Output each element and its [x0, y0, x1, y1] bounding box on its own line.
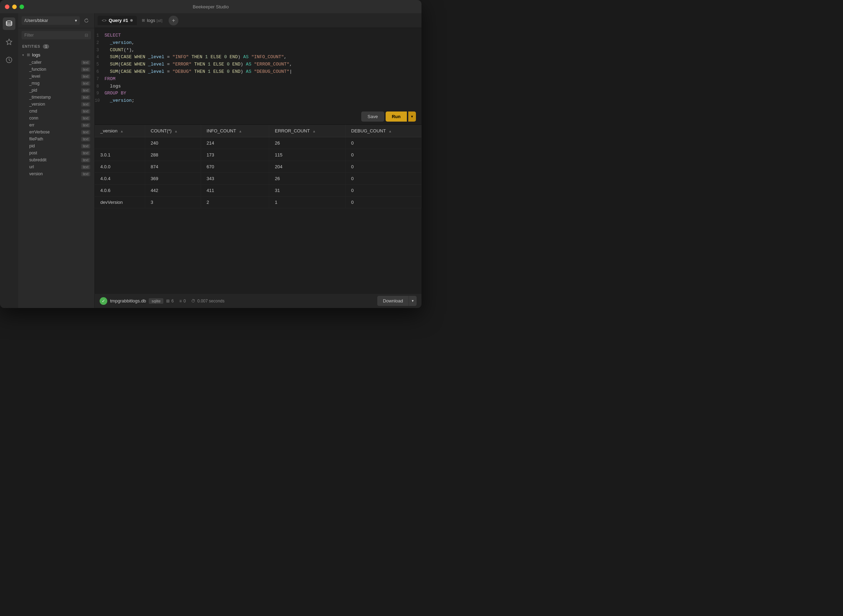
- status-left: ✓ tmpgrabbitlogs.db sqlite ⊞ 6 ≡ 0 ⏱ 0.0…: [100, 297, 372, 305]
- cell-debug: 0: [346, 137, 421, 149]
- line-content: SUM(CASE WHEN _level = "ERROR" THEN 1 EL…: [104, 61, 417, 68]
- sidebar-item-favorites[interactable]: [3, 35, 15, 48]
- cell-info: 173: [201, 149, 269, 161]
- dropdown-arrow-icon: ▾: [75, 18, 77, 23]
- sort-arrow-icon: ▲: [120, 129, 124, 133]
- table-name: logs: [32, 52, 40, 57]
- cell-version: 3.0.1: [95, 149, 145, 161]
- column-type: text: [81, 95, 90, 100]
- col-count: 0: [183, 299, 186, 304]
- cell-debug: 0: [346, 161, 421, 173]
- row-count-icon: ⊞: [166, 299, 170, 304]
- entities-header: ENTITIES 1: [18, 42, 94, 51]
- query-editor[interactable]: 1 SELECT 2 _version, 3 COUNT(*), 4 SUM(C…: [95, 28, 421, 109]
- tab-query1-label: Query #1: [109, 18, 128, 23]
- table-item-logs[interactable]: ▾ ⊞ logs: [18, 51, 94, 59]
- status-bar: ✓ tmpgrabbitlogs.db sqlite ⊞ 6 ≡ 0 ⏱ 0.0…: [95, 293, 421, 308]
- column-name: post: [29, 151, 37, 155]
- run-button[interactable]: Run: [386, 111, 407, 122]
- cell-error: 1: [269, 196, 346, 208]
- line-number: 2: [95, 40, 104, 46]
- db-type-badge: sqlite: [149, 298, 163, 304]
- entities-count: 1: [43, 44, 49, 49]
- line-number: 6: [95, 69, 104, 75]
- line-number: 10: [95, 98, 104, 104]
- download-dropdown-button[interactable]: ▾: [409, 296, 416, 306]
- col-header-error[interactable]: ERROR_COUNT ▲: [269, 125, 346, 137]
- column-type: text: [81, 81, 90, 86]
- tab-logs[interactable]: ⊞ logs [all]: [138, 16, 167, 25]
- connection-name: /Users/bbkar: [24, 18, 48, 23]
- query-time: 0.007 seconds: [197, 299, 224, 304]
- line-number: 4: [95, 54, 104, 61]
- cell-info: 670: [201, 161, 269, 173]
- app-title: Beekeeper Studio: [193, 4, 229, 9]
- cell-debug: 0: [346, 149, 421, 161]
- main-layout: /Users/bbkar ▾ ⊟ ENTITIES 1 ▾ ⊞ logs: [0, 13, 421, 308]
- col-header-version[interactable]: _version ▲: [95, 125, 145, 137]
- line-number: 1: [95, 32, 104, 39]
- column-type: text: [81, 151, 90, 155]
- code-icon: <>: [102, 18, 107, 23]
- cell-version: 4.0.4: [95, 173, 145, 184]
- line-content: FROM: [104, 76, 417, 83]
- db-status-icon: ✓: [100, 297, 107, 305]
- refresh-button[interactable]: [82, 16, 91, 25]
- column-name: _msg: [29, 81, 40, 86]
- maximize-button[interactable]: [19, 4, 24, 9]
- cell-debug: 0: [346, 196, 421, 208]
- column-item-level: _level text: [21, 73, 94, 80]
- save-button[interactable]: Save: [361, 111, 384, 122]
- sort-arrow-icon: ▲: [389, 129, 392, 133]
- sort-arrow-icon: ▲: [174, 129, 177, 133]
- cell-error: 204: [269, 161, 346, 173]
- code-line-4: 4 SUM(CASE WHEN _level = "INFO" THEN 1 E…: [95, 54, 417, 61]
- tab-query1[interactable]: <> Query #1: [98, 16, 137, 25]
- sidebar-item-database[interactable]: [3, 18, 15, 30]
- column-item-filepath: filePath text: [21, 135, 94, 142]
- close-button[interactable]: [5, 4, 9, 9]
- col-header-count[interactable]: COUNT(*) ▲: [145, 125, 201, 137]
- column-type: text: [81, 137, 90, 141]
- column-type: text: [81, 165, 90, 169]
- cell-count: 240: [145, 137, 201, 149]
- results-table[interactable]: _version ▲ COUNT(*) ▲ INFO_COUNT ▲ ERROR…: [95, 125, 421, 293]
- column-item-err: err text: [21, 122, 94, 129]
- column-item-errverbose: errVerbose text: [21, 129, 94, 135]
- column-name: _timestamp: [29, 95, 51, 100]
- table-header-row: _version ▲ COUNT(*) ▲ INFO_COUNT ▲ ERROR…: [95, 125, 421, 137]
- cell-count: 3: [145, 196, 201, 208]
- code-line-3: 3 COUNT(*),: [95, 47, 417, 54]
- connection-dropdown[interactable]: /Users/bbkar ▾: [22, 16, 80, 25]
- run-dropdown-button[interactable]: ▾: [408, 111, 416, 122]
- svg-point-0: [6, 21, 12, 23]
- line-content: _version;: [104, 97, 417, 104]
- column-name: subreddit: [29, 157, 46, 162]
- tab-logs-label: logs [all]: [147, 18, 163, 23]
- column-name: _function: [29, 67, 46, 72]
- sidebar-icon-rail: [0, 13, 18, 308]
- column-name: cmd: [29, 109, 37, 114]
- column-name: _version: [29, 102, 45, 107]
- filter-input[interactable]: [24, 33, 82, 38]
- col-header-info[interactable]: INFO_COUNT ▲: [201, 125, 269, 137]
- column-item-subreddit: subreddit text: [21, 157, 94, 163]
- column-item-version: _version text: [21, 101, 94, 108]
- column-type: text: [81, 116, 90, 120]
- clock-icon: ⏱: [191, 299, 195, 304]
- row-count: 6: [172, 299, 174, 304]
- titlebar: Beekeeper Studio: [0, 0, 421, 13]
- cell-version: devVersion: [95, 196, 145, 208]
- col-header-debug[interactable]: DEBUG_COUNT ▲: [346, 125, 421, 137]
- line-content: SUM(CASE WHEN _level = "DEBUG" THEN 1 EL…: [104, 68, 417, 76]
- sidebar-item-history[interactable]: [3, 54, 15, 66]
- add-tab-button[interactable]: +: [169, 16, 178, 25]
- download-button[interactable]: Download: [377, 296, 409, 306]
- column-name: err: [29, 123, 34, 128]
- column-type: text: [81, 60, 90, 65]
- minimize-button[interactable]: [12, 4, 17, 9]
- cell-count: 874: [145, 161, 201, 173]
- tab-modified-indicator: [130, 19, 133, 22]
- column-name: version: [29, 172, 43, 176]
- cell-count: 288: [145, 149, 201, 161]
